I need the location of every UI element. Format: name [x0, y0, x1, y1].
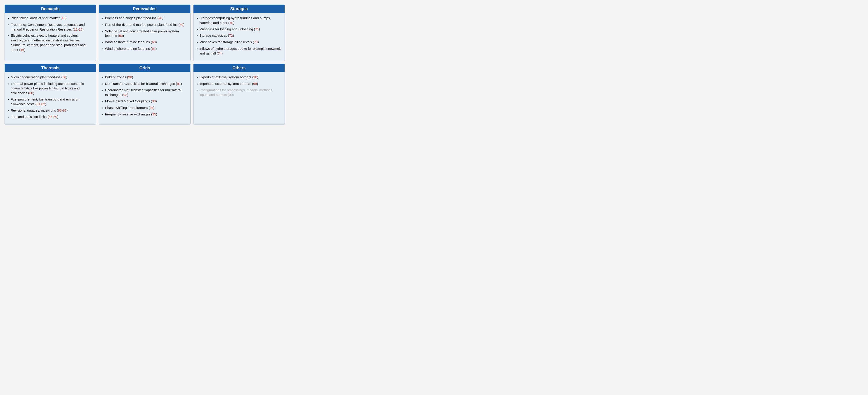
card-renewables: RenewablesBiomass and biogas plant feed-… [99, 4, 190, 61]
item-text: Price-taking loads at spot market (10) [11, 16, 66, 21]
item-text: Thermal power plants including techno-ec… [11, 82, 93, 95]
card-body-grids: Bidding zones (90)Net Transfer Capacitie… [99, 72, 190, 122]
card-body-renewables: Biomass and biogas plant feed-ins (20)Ru… [99, 13, 190, 56]
item-num: 92 [123, 93, 127, 97]
item-text: Electric vehicles, electric heaters and … [11, 33, 93, 52]
item-text: Run-of-the-river and marine power plant … [105, 22, 184, 27]
list-item: Bidding zones (90) [102, 75, 187, 80]
list-others: Exports at external system borders (98)I… [197, 75, 281, 97]
list-item: Frequency Containment Reserves, automati… [8, 22, 93, 32]
item-num: 80 [29, 91, 33, 95]
list-item: Flow-Based Market Couplings (93) [102, 99, 187, 104]
list-item: Wind onshore turbine feed-ins (60) [102, 40, 187, 45]
card-header-renewables: Renewables [99, 5, 190, 13]
item-num: 99 [253, 82, 257, 86]
item-num: 30 [62, 75, 66, 79]
card-body-thermals: Micro cogeneration plant feed-ins (30)Th… [5, 72, 96, 124]
item-num: 90 [128, 75, 132, 79]
list-renewables: Biomass and biogas plant feed-ins (20)Ru… [102, 16, 187, 51]
list-item: Frequency reserve exchanges (95) [102, 112, 187, 117]
item-num: 00 [229, 93, 233, 97]
card-header-thermals: Thermals [5, 64, 96, 72]
item-text: Solar panel and concentrated solar power… [105, 29, 187, 38]
list-grids: Bidding zones (90)Net Transfer Capacitie… [102, 75, 187, 117]
item-num: 70 [229, 21, 233, 25]
list-item: Electric vehicles, electric heaters and … [8, 33, 93, 52]
item-num: 10 [62, 16, 66, 20]
item-text: Frequency reserve exchanges (95) [105, 112, 157, 117]
list-item: Inflows of hydro storages due to for exa… [197, 47, 281, 56]
list-item: Configurations for processings, models, … [197, 88, 281, 97]
item-num: 73 [254, 40, 258, 44]
item-text: Fuel and emission limits (88-89) [11, 115, 58, 119]
item-num: 60 [152, 40, 156, 44]
list-item: Micro cogeneration plant feed-ins (30) [8, 75, 93, 80]
card-header-grids: Grids [99, 64, 190, 72]
card-body-others: Exports at external system borders (98)I… [193, 72, 285, 102]
list-item: Net Transfer Capacities for bilateral ex… [102, 82, 187, 86]
list-item: Fuel and emission limits (88-89) [8, 115, 93, 119]
item-num: 11-15 [74, 28, 83, 31]
list-item: Fuel procurement, fuel transport and emi… [8, 97, 93, 107]
item-num: 16 [20, 48, 24, 52]
item-text: Coordinated Net Transfer Capacities for … [105, 88, 187, 97]
item-text: Wind onshore turbine feed-ins (60) [105, 40, 157, 45]
list-item: Storage capacities (72) [197, 33, 281, 38]
list-item: Storages comprising hydro turbines and p… [197, 16, 281, 25]
item-text: Storage capacities (72) [199, 33, 234, 38]
list-item: Must-runs for loading and unloading (71) [197, 27, 281, 32]
card-body-storages: Storages comprising hydro turbines and p… [193, 13, 285, 61]
list-item: Thermal power plants including techno-ec… [8, 82, 93, 95]
item-text: Fuel procurement, fuel transport and emi… [11, 97, 93, 107]
card-demands: DemandsPrice-taking loads at spot market… [4, 4, 96, 61]
item-text: Micro cogeneration plant feed-ins (30) [11, 75, 67, 80]
item-num: 83-87 [58, 109, 66, 112]
item-num: 61 [152, 47, 156, 51]
list-item: Biomass and biogas plant feed-ins (20) [102, 16, 187, 21]
item-text: Must-haves for storage filling levels (7… [199, 40, 259, 45]
item-text: Net Transfer Capacities for bilateral ex… [105, 82, 182, 86]
card-storages: StoragesStorages comprising hydro turbin… [193, 4, 285, 61]
item-num: 98 [253, 75, 257, 79]
item-num: 40 [180, 23, 184, 27]
item-text: Inflows of hydro storages due to for exa… [199, 47, 281, 56]
item-text: Wind offshore turbine feed-ins (61) [105, 47, 157, 51]
item-num: 71 [255, 27, 259, 31]
item-num: 93 [152, 100, 156, 103]
item-text: Frequency Containment Reserves, automati… [11, 22, 93, 32]
item-text: Bidding zones (90) [105, 75, 133, 80]
list-storages: Storages comprising hydro turbines and p… [197, 16, 281, 56]
list-item: Run-of-the-river and marine power plant … [102, 22, 187, 27]
item-text: Revisions, outages, must-runs (83-87) [11, 108, 68, 113]
card-header-others: Others [193, 64, 285, 72]
item-text: Phase-Shifting Transformers (94) [105, 106, 155, 110]
list-item: Wind offshore turbine feed-ins (61) [102, 47, 187, 51]
item-text: Imports at external system borders (99) [199, 82, 258, 86]
item-num: 20 [158, 16, 162, 20]
item-num: 72 [229, 34, 233, 37]
list-item: Imports at external system borders (99) [197, 82, 281, 86]
item-num: 81-82 [36, 102, 45, 106]
item-text: Configurations for processings, models, … [199, 88, 281, 97]
item-text: Biomass and biogas plant feed-ins (20) [105, 16, 163, 21]
item-num: 94 [150, 106, 153, 110]
item-num: 50 [119, 34, 123, 37]
card-header-storages: Storages [193, 5, 285, 13]
card-others: OthersExports at external system borders… [193, 64, 285, 125]
list-item: Price-taking loads at spot market (10) [8, 16, 93, 21]
list-item: Exports at external system borders (98) [197, 75, 281, 80]
row2-grid: ThermalsMicro cogeneration plant feed-in… [4, 64, 285, 125]
item-text: Flow-Based Market Couplings (93) [105, 99, 157, 104]
list-item: Coordinated Net Transfer Capacities for … [102, 88, 187, 97]
card-grids: GridsBidding zones (90)Net Transfer Capa… [99, 64, 190, 125]
list-item: Phase-Shifting Transformers (94) [102, 106, 187, 110]
item-text: Storages comprising hydro turbines and p… [199, 16, 281, 25]
item-num: 74 [218, 52, 222, 55]
item-num: 95 [152, 113, 156, 116]
item-text: Must-runs for loading and unloading (71) [199, 27, 260, 32]
item-num: 88-89 [49, 115, 57, 119]
list-item: Solar panel and concentrated solar power… [102, 29, 187, 38]
card-body-demands: Price-taking loads at spot market (10)Fr… [5, 13, 96, 57]
list-demands: Price-taking loads at spot market (10)Fr… [8, 16, 93, 52]
list-item: Must-haves for storage filling levels (7… [197, 40, 281, 45]
